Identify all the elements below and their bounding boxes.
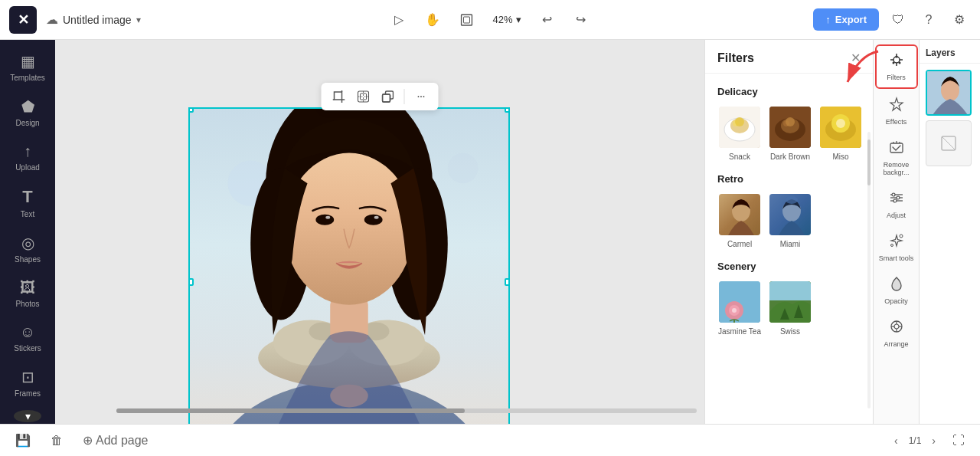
filters-title: Filters	[717, 51, 754, 65]
sidebar-bottom-btn[interactable]: ▾	[14, 410, 41, 422]
svg-point-82	[897, 196, 900, 199]
save-button[interactable]: 💾	[9, 430, 37, 451]
rp-remove-bg[interactable]: Remove backgr...	[875, 133, 918, 182]
layer-preview-1	[927, 71, 970, 114]
scenery-grid: Jasmine Tea	[717, 280, 861, 336]
rp-arrange[interactable]: Arrange	[875, 313, 918, 354]
photos-label: Photos	[15, 300, 39, 308]
rp-effects[interactable]: Effects	[875, 90, 918, 132]
help-button[interactable]: ?	[917, 8, 940, 31]
next-page-button[interactable]: ›	[929, 431, 939, 450]
sidebar-item-upload[interactable]: ↑ Upload	[4, 136, 51, 178]
layer-item-1[interactable]	[926, 70, 972, 116]
handle-top-right[interactable]	[505, 107, 510, 113]
rp-smart-tools[interactable]: Smart tools	[875, 227, 918, 268]
templates-label: Templates	[10, 74, 45, 82]
carmel-label: Carmel	[727, 240, 752, 248]
rp-opacity[interactable]: Opacity	[875, 270, 918, 311]
sidebar-item-frames[interactable]: ⊡ Frames	[4, 362, 51, 404]
prev-page-button[interactable]: ‹	[891, 431, 901, 450]
delete-button[interactable]: 🗑	[44, 431, 69, 451]
select-tool[interactable]: ▷	[387, 8, 411, 32]
svg-rect-60	[719, 281, 762, 324]
smart-tools-icon	[889, 233, 904, 252]
filters-panel-icon	[889, 52, 904, 71]
sidebar-item-design[interactable]: ⬟ Design	[4, 91, 51, 133]
svg-point-32	[325, 216, 330, 219]
zoom-control[interactable]: 42% ▾	[488, 11, 525, 28]
settings-button[interactable]: ⚙	[948, 8, 971, 31]
shapes-label: Shapes	[15, 255, 41, 264]
filters-close-button[interactable]: ✕	[851, 51, 861, 65]
title-chevron[interactable]: ▾	[136, 15, 141, 25]
sidebar-item-photos[interactable]: 🖼 Photos	[4, 273, 51, 314]
filter-miami[interactable]: Miami	[768, 192, 812, 248]
duplicate-tool[interactable]	[377, 86, 400, 107]
svg-point-75	[892, 62, 894, 64]
shield-button[interactable]: 🛡	[887, 8, 910, 31]
section-delicacy: Delicacy	[717, 86, 861, 97]
add-page-icon: ⊕	[83, 433, 93, 448]
hand-tool[interactable]: ✋	[420, 8, 445, 32]
text-icon: T	[22, 187, 32, 207]
sidebar-item-shapes[interactable]: ◎ Shapes	[4, 228, 51, 270]
svg-point-76	[898, 62, 900, 64]
handle-middle-right[interactable]	[505, 278, 510, 286]
filter-dark-brown[interactable]: Dark Brown	[768, 105, 812, 161]
align-tool[interactable]	[352, 86, 375, 107]
filters-scrollbar-thumb[interactable]	[867, 139, 871, 185]
design-icon: ⬟	[21, 97, 34, 116]
svg-point-81	[892, 193, 895, 196]
stickers-icon: ☺	[20, 323, 35, 341]
svg-point-54	[836, 119, 845, 128]
filter-carmel[interactable]: Carmel	[717, 192, 762, 248]
miso-thumb	[818, 105, 863, 149]
upload-icon: ↑	[24, 143, 31, 160]
redo-button[interactable]: ↪	[569, 8, 593, 32]
scrollbar-thumb[interactable]	[116, 408, 465, 413]
rp-remove-bg-label: Remove backgr...	[878, 161, 915, 176]
shapes-icon: ◎	[21, 234, 34, 252]
sidebar-item-stickers[interactable]: ☺ Stickers	[4, 317, 51, 359]
photos-icon: 🖼	[20, 279, 35, 297]
handle-middle-left[interactable]	[188, 278, 194, 286]
rp-adjust-label: Adjust	[887, 212, 906, 219]
svg-rect-1	[463, 17, 469, 23]
dark-brown-thumb	[768, 105, 812, 149]
add-page-button[interactable]: ⊕ Add page	[77, 430, 155, 451]
adjust-icon	[889, 190, 904, 209]
document-title[interactable]: Untitled image	[63, 14, 132, 26]
filter-swiss[interactable]: Swiss	[768, 280, 812, 336]
export-label: Export	[835, 14, 867, 25]
rp-adjust[interactable]: Adjust	[875, 184, 918, 225]
arrange-icon	[889, 319, 904, 338]
layer-item-2[interactable]	[926, 120, 972, 166]
more-options[interactable]: ···	[410, 86, 433, 107]
filters-scrollbar-track	[867, 132, 871, 408]
svg-point-74	[895, 56, 897, 58]
swiss-thumb	[768, 280, 812, 324]
rp-filters[interactable]: Filters	[875, 44, 918, 89]
save-icon: 💾	[15, 433, 31, 448]
miami-thumb	[768, 192, 812, 237]
filters-panel: Filters ✕ Delicacy	[704, 40, 873, 424]
export-button[interactable]: ↑ Export	[813, 8, 879, 31]
canvas-scrollbar[interactable]	[116, 408, 697, 413]
templates-icon: ▦	[21, 52, 35, 71]
svg-point-83	[893, 199, 897, 202]
left-sidebar: ▦ Templates ⬟ Design ↑ Upload T Text ◎ S…	[0, 40, 55, 424]
handle-top-left[interactable]	[188, 107, 194, 113]
svg-point-59	[786, 196, 798, 204]
filter-snack[interactable]: Snack	[717, 105, 762, 161]
undo-button[interactable]: ↩	[535, 8, 560, 32]
crop-tool[interactable]	[328, 86, 351, 107]
sidebar-item-templates[interactable]: ▦ Templates	[4, 46, 51, 88]
svg-rect-12	[383, 94, 390, 102]
frame-tool[interactable]	[454, 8, 479, 32]
svg-point-50	[786, 117, 795, 126]
sidebar-item-text[interactable]: T Text	[4, 181, 51, 225]
filter-miso[interactable]: Miso	[818, 105, 863, 161]
expand-button[interactable]: ⛶	[946, 431, 971, 451]
filter-jasmine-tea[interactable]: Jasmine Tea	[717, 280, 762, 336]
svg-point-30	[315, 215, 334, 225]
